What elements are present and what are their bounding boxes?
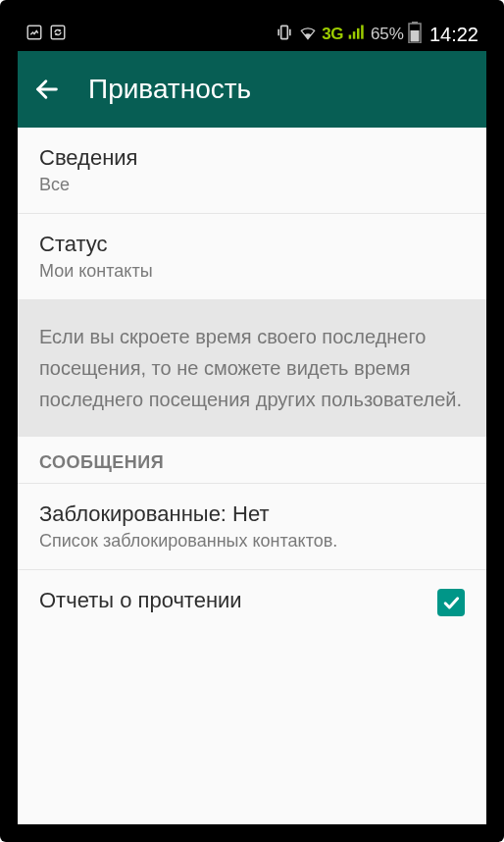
clock: 14:22 (429, 24, 479, 46)
blocked-sub: Список заблокированных контактов. (39, 531, 465, 552)
about-title: Сведения (39, 145, 465, 171)
svg-rect-3 (349, 34, 352, 38)
blocked-setting[interactable]: Заблокированные: Нет Список заблокирован… (18, 484, 486, 570)
svg-rect-0 (27, 26, 41, 39)
content[interactable]: Сведения Все Статус Мои контакты Если вы… (18, 128, 486, 824)
section-messages: СООБЩЕНИЯ (18, 437, 486, 484)
svg-rect-9 (410, 30, 419, 42)
sync-icon (49, 24, 67, 46)
phone-frame: 3G 65% 14:22 Приватность Сведения (0, 0, 504, 842)
status-title: Статус (39, 232, 465, 257)
svg-rect-2 (281, 26, 288, 38)
screenshot-icon (25, 24, 43, 46)
vibrate-icon (275, 23, 294, 47)
phone-screen: 3G 65% 14:22 Приватность Сведения (18, 18, 486, 824)
status-value: Мои контакты (39, 261, 465, 282)
wifi-icon (298, 23, 318, 47)
svg-rect-4 (353, 31, 356, 38)
status-right: 3G 65% 14:22 (275, 22, 479, 48)
svg-rect-5 (357, 27, 360, 38)
check-icon (441, 593, 461, 612)
blocked-title: Заблокированные: Нет (39, 501, 465, 527)
battery-percentage: 65% (371, 25, 404, 44)
page-title: Приватность (88, 74, 251, 105)
read-receipts-title: Отчеты о прочтении (39, 588, 242, 613)
about-value: Все (39, 175, 465, 195)
svg-rect-6 (361, 25, 364, 38)
read-receipts-setting[interactable]: Отчеты о прочтении (18, 570, 486, 635)
status-setting[interactable]: Статус Мои контакты (18, 214, 486, 299)
status-bar: 3G 65% 14:22 (18, 18, 486, 51)
status-left (25, 24, 67, 46)
back-button[interactable] (33, 76, 61, 103)
app-bar: Приватность (18, 51, 486, 128)
signal-icon (347, 23, 367, 47)
about-setting[interactable]: Сведения Все (18, 128, 486, 214)
network-label: 3G (322, 25, 343, 44)
read-receipts-checkbox[interactable] (437, 589, 465, 616)
svg-rect-1 (51, 26, 65, 39)
last-seen-info: Если вы скроете время своего последнего … (18, 299, 486, 437)
battery-icon (408, 22, 422, 48)
